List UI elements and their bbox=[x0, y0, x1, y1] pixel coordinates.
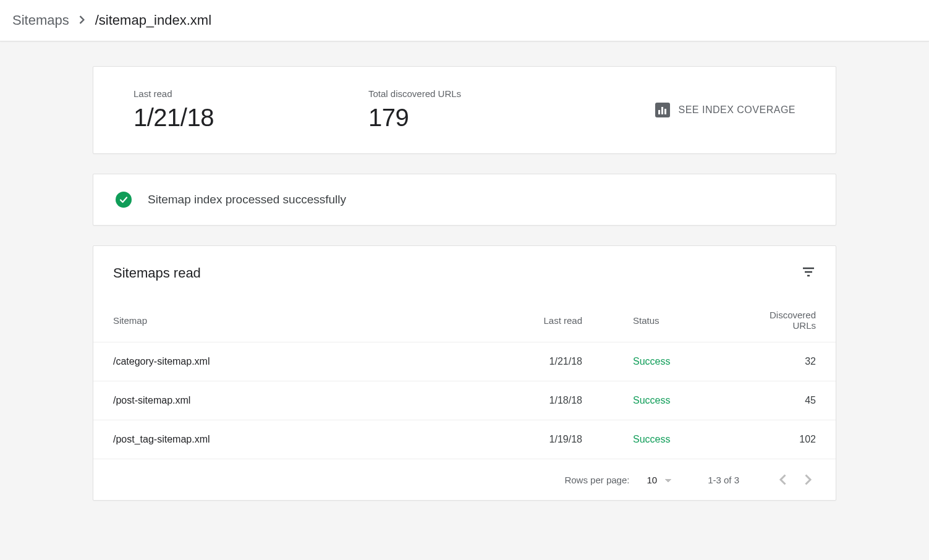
chevron-right-icon bbox=[805, 474, 812, 485]
cell-discovered: 102 bbox=[724, 420, 836, 459]
status-card: Sitemap index processed successfully bbox=[93, 174, 836, 226]
cell-last-read: 1/21/18 bbox=[514, 342, 613, 381]
sitemap-link[interactable]: /post_tag-sitemap.xml bbox=[113, 434, 210, 444]
rows-per-page-label: Rows per page: bbox=[564, 475, 629, 485]
col-header-discovered[interactable]: Discovered URLs bbox=[724, 292, 836, 342]
col-header-sitemap[interactable]: Sitemap bbox=[93, 292, 514, 342]
table-footer: Rows per page: 10 1-3 of 3 bbox=[93, 459, 836, 500]
total-urls-label: Total discovered URLs bbox=[368, 88, 655, 99]
cell-status: Success bbox=[613, 381, 724, 420]
col-header-last-read[interactable]: Last read bbox=[514, 292, 613, 342]
filter-icon[interactable] bbox=[801, 265, 816, 281]
dropdown-arrow-icon bbox=[664, 475, 672, 485]
prev-page-button[interactable] bbox=[775, 470, 790, 489]
breadcrumb: Sitemaps /sitemap_index.xml bbox=[0, 0, 929, 41]
table-row[interactable]: /post_tag-sitemap.xml1/19/18Success102 bbox=[93, 420, 836, 459]
chevron-right-icon bbox=[79, 14, 85, 27]
cell-discovered: 32 bbox=[724, 342, 836, 381]
last-read-label: Last read bbox=[134, 88, 368, 99]
rows-per-page-select[interactable]: 10 bbox=[647, 475, 672, 485]
chevron-left-icon bbox=[779, 474, 786, 485]
breadcrumb-current: /sitemap_index.xml bbox=[95, 12, 211, 28]
cell-status: Success bbox=[613, 342, 724, 381]
checkmark-icon bbox=[116, 192, 132, 208]
cell-discovered: 45 bbox=[724, 381, 836, 420]
next-page-button[interactable] bbox=[801, 470, 816, 489]
last-read-value: 1/21/18 bbox=[134, 104, 368, 132]
bar-chart-icon bbox=[655, 103, 670, 117]
rows-per-page-value: 10 bbox=[647, 475, 657, 485]
pagination-range: 1-3 of 3 bbox=[708, 475, 739, 485]
total-urls-stat: Total discovered URLs 179 bbox=[368, 88, 655, 132]
sitemap-link[interactable]: /category-sitemap.xml bbox=[113, 356, 210, 367]
total-urls-value: 179 bbox=[368, 104, 655, 132]
breadcrumb-root-link[interactable]: Sitemaps bbox=[12, 12, 69, 28]
last-read-stat: Last read 1/21/18 bbox=[134, 88, 368, 132]
see-index-coverage-button[interactable]: SEE INDEX COVERAGE bbox=[655, 103, 796, 117]
table-row[interactable]: /category-sitemap.xml1/21/18Success32 bbox=[93, 342, 836, 381]
cell-last-read: 1/19/18 bbox=[514, 420, 613, 459]
sitemaps-table-card: Sitemaps read Sitemap Last read Status D… bbox=[93, 245, 836, 501]
table-row[interactable]: /post-sitemap.xml1/18/18Success45 bbox=[93, 381, 836, 420]
sitemaps-table: Sitemap Last read Status Discovered URLs… bbox=[93, 292, 836, 459]
status-message: Sitemap index processed successfully bbox=[148, 193, 346, 206]
sitemap-link[interactable]: /post-sitemap.xml bbox=[113, 395, 190, 405]
cell-status: Success bbox=[613, 420, 724, 459]
summary-card: Last read 1/21/18 Total discovered URLs … bbox=[93, 66, 836, 154]
col-header-status[interactable]: Status bbox=[613, 292, 724, 342]
cell-last-read: 1/18/18 bbox=[514, 381, 613, 420]
table-title: Sitemaps read bbox=[113, 265, 201, 281]
coverage-link-label: SEE INDEX COVERAGE bbox=[679, 104, 796, 116]
